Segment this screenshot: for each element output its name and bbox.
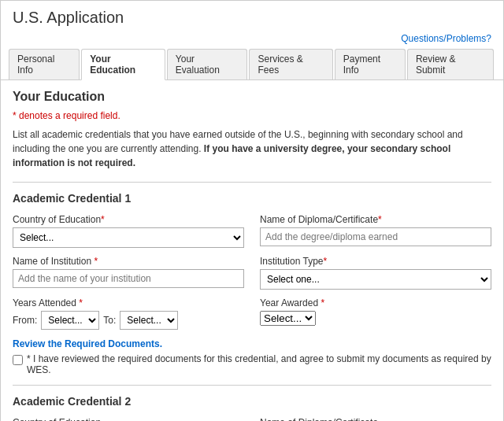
to-year-select[interactable]: Select... xyxy=(120,311,178,330)
credential-1-section: Academic Credential 1 Country of Educati… xyxy=(13,182,491,375)
description: List all academic credentials that you h… xyxy=(13,127,491,170)
diploma-certificate-group: Name of Diploma/Certificate* xyxy=(260,214,491,248)
country-of-education-group: Country of Education* Select... xyxy=(13,214,244,248)
credential-1-row-2: Name of Institution * Institution Type* … xyxy=(13,256,491,290)
country-of-education-label: Country of Education* xyxy=(13,214,244,225)
credential-2-row-1: Country of Education Select... Name of D… xyxy=(13,417,491,421)
year-awarded-label: Year Awarded * xyxy=(260,297,491,308)
review-checkbox-row: * I have reviewed the required documents… xyxy=(13,353,491,375)
review-docs-link[interactable]: Review the Required Documents. xyxy=(13,338,162,349)
diploma-certificate-input[interactable] xyxy=(260,227,491,246)
institution-type-select[interactable]: Select one... xyxy=(260,269,491,290)
years-attended-group: Years Attended * From: Select... To: Sel… xyxy=(13,297,244,330)
years-inline: From: Select... To: Select... xyxy=(13,311,244,330)
credential-1-row-3: Years Attended * From: Select... To: Sel… xyxy=(13,297,491,330)
credential-1-title: Academic Credential 1 xyxy=(13,192,491,205)
tab-bar: Personal Info Your Education Your Evalua… xyxy=(1,49,503,80)
years-attended-label: Years Attended * xyxy=(13,297,244,308)
required-note: * denotes a required field. xyxy=(13,110,491,121)
credential-2-section: Academic Credential 2 Country of Educati… xyxy=(13,385,491,421)
institution-name-label: Name of Institution * xyxy=(13,256,244,267)
year-awarded-select[interactable]: Select... xyxy=(260,311,316,326)
credential2-country-group: Country of Education Select... xyxy=(13,417,244,421)
credential2-diploma-label: Name of Diploma/Certificate xyxy=(260,417,491,421)
credential-1-row-1: Country of Education* Select... Name of … xyxy=(13,214,491,248)
page-title: U.S. Application xyxy=(13,9,491,27)
tab-payment-info[interactable]: Payment Info xyxy=(335,49,406,79)
country-of-education-select[interactable]: Select... xyxy=(13,227,244,248)
from-year-select[interactable]: Select... xyxy=(41,311,99,330)
credential2-country-label: Country of Education xyxy=(13,417,244,421)
credential2-diploma-group: Name of Diploma/Certificate xyxy=(260,417,491,421)
section-title: Your Education xyxy=(13,90,491,104)
tab-services-fees[interactable]: Services & Fees xyxy=(249,49,332,79)
tab-review-submit[interactable]: Review & Submit xyxy=(407,49,494,79)
institution-name-group: Name of Institution * xyxy=(13,256,244,290)
to-label: To: xyxy=(103,315,116,326)
tab-personal-info[interactable]: Personal Info xyxy=(9,49,80,79)
review-checkbox-label: * I have reviewed the required documents… xyxy=(27,353,491,375)
institution-type-group: Institution Type* Select one... xyxy=(260,256,491,290)
help-link[interactable]: Questions/Problems? xyxy=(401,33,491,44)
credential-2-title: Academic Credential 2 xyxy=(13,395,491,408)
tab-your-education[interactable]: Your Education xyxy=(81,49,165,80)
institution-name-input[interactable] xyxy=(13,269,244,288)
review-checkbox[interactable] xyxy=(13,355,23,365)
from-label: From: xyxy=(13,315,37,326)
institution-type-label: Institution Type* xyxy=(260,256,491,267)
year-awarded-group: Year Awarded * Select... xyxy=(260,297,491,330)
diploma-certificate-label: Name of Diploma/Certificate* xyxy=(260,214,491,225)
review-docs-section: Review the Required Documents. xyxy=(13,338,491,349)
tab-your-evaluation[interactable]: Your Evaluation xyxy=(167,49,248,79)
